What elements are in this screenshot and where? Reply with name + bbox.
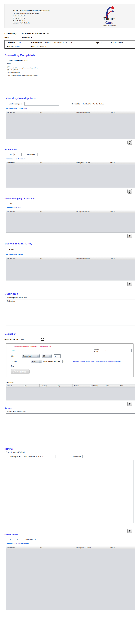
- column-header[interactable]: Investigation/Service: [75, 161, 110, 164]
- xray-table-header: Department ID Investigation/Service Stat…: [6, 257, 135, 260]
- advice-title: Advice: [4, 407, 135, 410]
- column-header[interactable]: Status: [109, 111, 135, 114]
- refresh-prescription-button[interactable]: [40, 337, 45, 342]
- column-header[interactable]: Drug ID: [6, 384, 23, 387]
- recommended-uss-link[interactable]: Recommended USS: [6, 207, 135, 208]
- drug-input[interactable]: [22, 349, 85, 352]
- special-notes-input[interactable]: [108, 349, 132, 352]
- referrals-section: Refferals Select the needed Refferal Ref…: [4, 448, 135, 533]
- colon: :: [20, 355, 22, 357]
- drug-list-table: Drug ID Drug Fequency Way Duration Durat…: [6, 384, 135, 400]
- clear-referrals-button[interactable]: ↻: [127, 529, 132, 533]
- column-header[interactable]: Status: [109, 210, 135, 213]
- company-address: Le Chainter,Victoria,Mahe,Seychelles T: …: [13, 12, 84, 24]
- chevron-down-icon: ▼: [39, 360, 42, 363]
- column-header[interactable]: Status: [109, 546, 135, 549]
- column-header[interactable]: Department: [6, 257, 39, 260]
- other-services-input[interactable]: [38, 538, 82, 541]
- procedures-qty-input[interactable]: [13, 153, 22, 156]
- trash-icon: ↻: [128, 530, 131, 532]
- colon: :: [106, 350, 108, 352]
- clear-lab-table-button[interactable]: ↻: [127, 140, 132, 145]
- duration-label: Duration: [11, 360, 20, 362]
- clear-procedures-table-button[interactable]: ↻: [127, 189, 132, 194]
- column-header[interactable]: Qty: [119, 384, 135, 387]
- recommended-lab-testings-link[interactable]: Recommended Lab Testings: [6, 108, 135, 110]
- laboratory-section: Laboratory Investigations Lab Investinga…: [4, 97, 135, 145]
- column-header[interactable]: Investigation/Service: [75, 210, 110, 213]
- lab-investigation-input[interactable]: [24, 102, 59, 106]
- patient-name-value: ZERANE CLIVEN HUBERT AH KON: [44, 42, 72, 44]
- laboratory-title: Laboratory Investigations: [4, 97, 135, 100]
- column-header[interactable]: Way: [56, 384, 72, 387]
- duration-unit-select[interactable]: Day/s ▼: [31, 360, 42, 363]
- column-header[interactable]: Duration Type: [89, 384, 105, 387]
- way-selected-value: Before Meal: [23, 355, 36, 357]
- other-services-qty-input[interactable]: [14, 538, 21, 541]
- patient-name-label: Patient Name: [31, 42, 42, 44]
- future-care-logo: Future Care ♥ Body Mind Soul: [96, 6, 122, 26]
- xrays-input[interactable]: [17, 248, 135, 251]
- procedures-input[interactable]: [38, 153, 135, 156]
- diagnosis-textarea[interactable]: Fit for study: [6, 299, 135, 326]
- add-drug-label: Add Drug: [17, 371, 26, 373]
- way-select[interactable]: Before Meal ▼: [22, 354, 40, 358]
- column-header[interactable]: Duration: [72, 384, 89, 387]
- column-header[interactable]: Department: [6, 161, 39, 164]
- visit-date-label: Date: [31, 45, 35, 47]
- recommended-xrays-link[interactable]: Recommended X-Rays: [6, 254, 135, 255]
- clear-xray-table-button[interactable]: ↻: [127, 282, 132, 286]
- column-header[interactable]: Note: [105, 384, 119, 387]
- advice-textarea[interactable]: [6, 414, 135, 441]
- column-header[interactable]: ID: [39, 111, 75, 114]
- consultant-input[interactable]: [82, 455, 102, 458]
- procedures-table-body: [6, 164, 135, 188]
- clear-drug-list-button[interactable]: ↻: [127, 402, 132, 406]
- patient-id-label: Patient ID: [7, 42, 15, 44]
- logo-word-care: Care ♥: [105, 21, 113, 24]
- column-header[interactable]: Investigation/Service: [75, 111, 110, 114]
- prescription-id-input[interactable]: [20, 338, 38, 341]
- column-header[interactable]: Status: [109, 161, 135, 164]
- duration-input[interactable]: [22, 360, 30, 363]
- uss-input[interactable]: [15, 202, 135, 205]
- uss-table-body: [6, 213, 135, 232]
- svg-text:↻: ↻: [129, 191, 130, 192]
- diagnosis-section: Diagnosis Enter Diagnosis Details Here F…: [4, 292, 135, 326]
- column-header[interactable]: ID: [39, 546, 75, 549]
- way-qty-input[interactable]: [54, 354, 60, 358]
- column-header[interactable]: Department: [6, 111, 39, 114]
- frequency-select[interactable]: OD ▼: [42, 354, 52, 358]
- lab-investigation-label: Lab Investingation :: [9, 103, 23, 105]
- add-drug-button[interactable]: + Add Drug: [11, 369, 30, 374]
- recommended-other-services-link[interactable]: Recommended Other Services: [6, 543, 135, 545]
- consultation-report-page: Future Care by Future Holdings (Pty) Lim…: [0, 4, 139, 612]
- procedures-label: Procedures :: [26, 154, 36, 156]
- other-services-title: Other Services: [4, 534, 135, 536]
- column-header[interactable]: Investigation / Service: [75, 546, 110, 549]
- column-header[interactable]: ID: [39, 210, 75, 213]
- column-header[interactable]: Investigation/Service: [75, 257, 110, 260]
- consultation-meta: Consulted By : Dr. HANECKY FUENTE REYES …: [4, 32, 135, 38]
- column-header[interactable]: Status: [109, 257, 135, 260]
- column-header[interactable]: Department: [6, 210, 39, 213]
- colon: :: [16, 42, 16, 44]
- other-services-table-body: [6, 549, 135, 610]
- column-header[interactable]: Department: [6, 546, 39, 549]
- referrals-title: Refferals: [4, 448, 135, 450]
- colon: :: [20, 350, 22, 352]
- column-header[interactable]: Drug: [23, 384, 40, 387]
- column-header[interactable]: ID: [39, 161, 75, 164]
- clear-uss-table-button[interactable]: ↻: [127, 234, 132, 238]
- lab-table-body: [6, 114, 135, 139]
- prescription-id-label: Prescription ID :: [4, 338, 19, 340]
- xray-title: Medical Imaging X-Ray: [4, 242, 135, 245]
- referrals-list-box[interactable]: [10, 460, 134, 523]
- column-header[interactable]: ID: [39, 257, 75, 260]
- per-meal-input[interactable]: [62, 360, 71, 363]
- complaints-textarea[interactable]: Review UFR- Puss cells 1, Other - amorph…: [6, 62, 135, 91]
- referring-doctor-input[interactable]: [23, 455, 56, 458]
- column-header[interactable]: Fequency: [40, 384, 56, 387]
- duration-unit-value: Day/s: [32, 360, 38, 362]
- recommended-procedures-link[interactable]: Recommended Procedures: [6, 158, 135, 160]
